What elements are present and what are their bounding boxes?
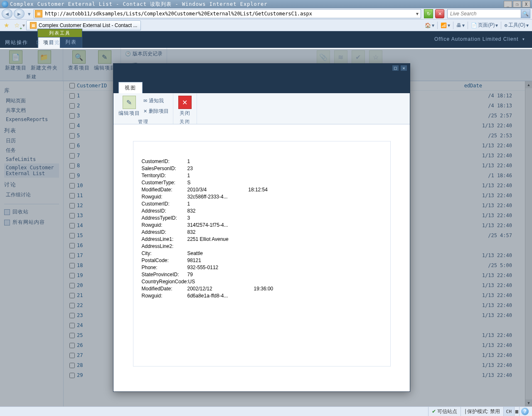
- language-cell[interactable]: CH: [503, 407, 514, 416]
- field-value: 832: [187, 208, 196, 215]
- detail-row: AddressLine2:: [142, 243, 382, 250]
- list-tab[interactable]: 列表: [60, 37, 82, 48]
- feeds-button[interactable]: 📶▾: [439, 21, 452, 30]
- field-value: 2010/3/4: [187, 186, 207, 193]
- detail-row: ModifiedDate:2002/12/1219:36:00: [142, 285, 382, 292]
- detail-row: CountryRegionCode:US: [142, 278, 382, 285]
- field-value: US: [188, 278, 195, 285]
- navup-icon[interactable]: ⬚: [36, 37, 41, 48]
- stop-button[interactable]: ✕: [435, 9, 444, 18]
- dialog-titlebar: □ ✕: [113, 64, 410, 82]
- detail-row: City:Seattle: [142, 250, 382, 257]
- favorites-icon[interactable]: ★: [2, 21, 11, 30]
- ribbon-tab-row: 网站操作 ⬚ 浏览 列表工具 项目 列表 Office Automation L…: [0, 31, 532, 48]
- close-button[interactable]: X: [522, 1, 530, 7]
- home-button[interactable]: 🏠▾: [423, 21, 436, 30]
- print-button[interactable]: 🖶▾: [455, 21, 466, 30]
- detail-row: AddressID:832: [142, 208, 382, 215]
- dialog-content: CustomerID:1SalesPersonID:23TerritoryID:…: [113, 124, 410, 391]
- field-label: Phone:: [142, 264, 187, 271]
- address-bar[interactable]: ▦ ▾: [34, 9, 421, 18]
- recent-dropdown[interactable]: ▾: [26, 9, 32, 18]
- field-value: 98121: [187, 257, 201, 264]
- dialog-notify-button[interactable]: ✉ 通知我: [143, 97, 169, 105]
- field-label: AddressID:: [142, 229, 187, 236]
- tools-menu[interactable]: ⚙工具(O)▾: [502, 21, 530, 30]
- item-detail-dialog: □ ✕ 视图 ✎编辑项目 ✉ 通知我 ✕ 删除项目 管理 ✕关闭 关闭 Cust…: [113, 63, 410, 392]
- field-value: 832: [187, 229, 196, 236]
- search-bar[interactable]: 🔍: [447, 9, 530, 18]
- dialog-close-group: ✕关闭 关闭: [173, 93, 197, 124]
- page-menu[interactable]: 📄页面(P)▾: [469, 21, 500, 30]
- field-label: ModifiedDate:: [142, 186, 187, 193]
- field-label: City:: [142, 250, 187, 257]
- shield-icon: ✔: [432, 409, 436, 414]
- context-label: 列表工具: [38, 29, 82, 37]
- url-input[interactable]: [43, 11, 414, 17]
- field-value: 314f2574-1f75-4...: [187, 222, 228, 229]
- field-value: Seattle: [187, 250, 203, 257]
- trusted-site-cell[interactable]: ✔可信站点: [428, 407, 461, 416]
- field-value: 2002/12/12: [187, 285, 212, 292]
- dialog-delete-button[interactable]: ✕ 删除项目: [143, 107, 169, 116]
- ie-icon: [2, 1, 8, 7]
- field-label: Rowguid:: [142, 222, 187, 229]
- detail-row: PostalCode:98121: [142, 257, 382, 264]
- protected-mode-cell: | 保护模式: 禁用: [461, 407, 503, 416]
- field-value: 3: [187, 215, 190, 222]
- dialog-close-button[interactable]: ✕: [400, 65, 407, 71]
- forward-button[interactable]: ►: [14, 9, 25, 19]
- page-icon: ▦: [30, 22, 37, 29]
- detail-row: AddressID:832: [142, 229, 382, 236]
- field-label: Rowguid:: [142, 292, 187, 300]
- help-cell[interactable]: ?: [519, 407, 530, 416]
- field-label: PostalCode:: [142, 257, 187, 264]
- field-label: ModifiedDate:: [142, 285, 187, 292]
- detail-row: TerritoryID:1: [142, 172, 382, 179]
- url-dropdown[interactable]: ▾: [414, 11, 421, 17]
- detail-row: StateProvinceID:79: [142, 271, 382, 278]
- dialog-ribbon: ✎编辑项目 ✉ 通知我 ✕ 删除项目 管理 ✕关闭 关闭: [113, 93, 410, 124]
- field-label: Rowguid:: [142, 193, 187, 201]
- field-value: 32c586ff-2333-4...: [187, 193, 228, 201]
- detail-row: ModifiedDate:2010/3/418:12:54: [142, 186, 382, 193]
- help-icon: ?: [521, 408, 529, 415]
- fav-dropdown[interactable]: ▾: [22, 22, 25, 28]
- dialog-edit-item-button[interactable]: ✎编辑项目: [118, 95, 141, 118]
- field-label: StateProvinceID:: [142, 271, 187, 278]
- dialog-close-action[interactable]: ✕关闭: [177, 95, 192, 118]
- dialog-maximize-button[interactable]: □: [392, 65, 399, 71]
- search-go-button[interactable]: 🔍: [521, 10, 530, 18]
- dialog-manage-group: ✎编辑项目 ✉ 通知我 ✕ 删除项目 管理: [113, 93, 173, 124]
- site-actions-menu[interactable]: 网站操作: [4, 37, 29, 48]
- detail-row: Phone:932-555-0112: [142, 264, 382, 271]
- browse-tab[interactable]: 浏览: [48, 37, 61, 48]
- field-value: 1: [187, 158, 190, 165]
- field-label: TerritoryID:: [142, 172, 187, 179]
- field-value: 1: [187, 172, 190, 179]
- field-value: 23: [187, 165, 193, 172]
- field-label: AddressLine1:: [142, 236, 187, 243]
- back-button[interactable]: ◄: [2, 9, 12, 19]
- detail-card: CustomerID:1SalesPersonID:23TerritoryID:…: [133, 141, 391, 366]
- dialog-view-tab[interactable]: 视图: [118, 82, 143, 93]
- field-label: SalesPersonID:: [142, 165, 187, 172]
- search-input[interactable]: [448, 11, 521, 17]
- site-icon: ▦: [35, 10, 42, 17]
- detail-row: Rowguid:32c586ff-2333-4...: [142, 193, 382, 201]
- window-titlebar: Complex Customer External List - Contact…: [0, 0, 532, 8]
- detail-row: CustomerType:S: [142, 179, 382, 186]
- tab-title: Complex Customer External List - Contact…: [39, 22, 137, 28]
- field-label: AddressID:: [142, 208, 187, 215]
- detail-row: SalesPersonID:23: [142, 165, 382, 172]
- minimize-button[interactable]: _: [504, 1, 512, 7]
- field-value: 79: [187, 271, 193, 278]
- refresh-button[interactable]: ↻: [424, 9, 433, 18]
- user-menu[interactable]: Office Automation Limited Client ▾: [434, 36, 525, 42]
- restore-button[interactable]: ❐: [513, 1, 521, 7]
- ime-cell[interactable]: ▦: [514, 407, 519, 416]
- detail-row: CustomerID:1: [142, 158, 382, 165]
- field-value: 932-555-0112: [187, 264, 219, 271]
- add-favorite-icon[interactable]: ☆+: [12, 21, 21, 30]
- detail-row: AddressTypeID:3: [142, 215, 382, 222]
